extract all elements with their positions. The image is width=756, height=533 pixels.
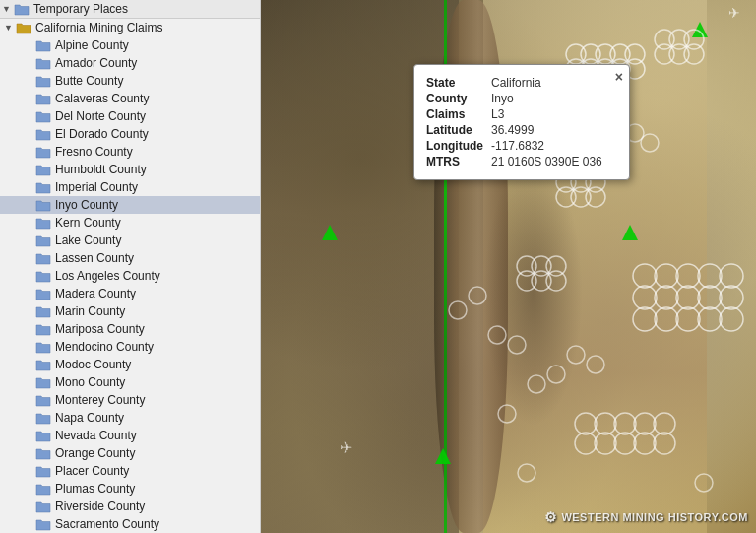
county-folder-icon (35, 518, 51, 531)
sidebar-item-county[interactable]: Riverside County (0, 498, 260, 515)
svg-point-33 (655, 307, 678, 331)
popup-row: Claims L3 (426, 106, 606, 122)
sidebar-item-county[interactable]: Madera County (0, 285, 260, 302)
county-name-label: Madera County (55, 287, 136, 300)
sidebar-item-county[interactable]: Butte County (0, 72, 260, 90)
county-name-label: El Dorado County (55, 127, 149, 141)
svg-point-36 (720, 307, 743, 331)
sidebar-item-county[interactable]: Lassen County (0, 249, 260, 267)
popup-field-value: California (491, 75, 606, 91)
county-name-label: Kern County (55, 216, 121, 230)
sidebar-item-county[interactable]: Marin County (0, 302, 260, 320)
svg-point-69 (449, 301, 467, 319)
county-name-label: Orange County (55, 446, 135, 460)
sidebar-item-county[interactable]: Nevada County (0, 427, 260, 444)
popup-row: County Inyo (426, 91, 606, 106)
map[interactable]: ✈ ✈ (261, 0, 756, 533)
county-folder-icon (35, 181, 51, 194)
parent-folder-icon (16, 22, 32, 34)
parent-expand-arrow: ▼ (4, 23, 16, 33)
svg-marker-2 (435, 448, 451, 464)
popup-field-label: MTRS (426, 154, 491, 169)
county-folder-icon (35, 164, 51, 176)
county-name-label: Placer County (55, 464, 129, 478)
svg-point-24 (676, 264, 700, 288)
svg-text:✈: ✈ (340, 439, 352, 456)
popup-row: Longitude -117.6832 (426, 138, 606, 154)
sidebar-item-county[interactable]: Lake County (0, 232, 260, 249)
sidebar-item-county[interactable]: Humboldt County (0, 161, 260, 178)
svg-point-66 (498, 405, 516, 423)
svg-point-50 (595, 413, 616, 434)
popup-field-label: Claims (426, 106, 491, 122)
svg-point-62 (547, 366, 565, 383)
svg-point-25 (633, 286, 657, 309)
county-name-label: Mono County (55, 375, 125, 389)
sidebar-item-county[interactable]: El Dorado County (0, 125, 260, 143)
county-name-label: Inyo County (55, 198, 118, 212)
svg-point-65 (695, 474, 713, 492)
svg-point-58 (654, 413, 675, 434)
sidebar-item-california-mining-claims[interactable]: ▼ California Mining Claims (0, 19, 260, 36)
county-folder-icon (35, 93, 51, 105)
sidebar-item-county[interactable]: Mono County (0, 373, 260, 391)
county-name-label: Butte County (55, 74, 123, 88)
sidebar-item-county[interactable]: Mariposa County (0, 320, 260, 338)
sidebar-item-county[interactable]: Plumas County (0, 480, 260, 498)
county-folder-icon (35, 500, 51, 513)
info-popup: × State California County Inyo Claims L3… (413, 64, 630, 180)
sidebar-item-county[interactable]: Amador County (0, 54, 260, 72)
county-name-label: Fresno County (55, 145, 133, 159)
sidebar-item-county[interactable]: Sacramento County (0, 515, 260, 533)
popup-table: State California County Inyo Claims L3 L… (426, 75, 606, 169)
sidebar-item-county[interactable]: Los Angeles County (0, 267, 260, 285)
county-name-label: Nevada County (55, 429, 137, 442)
popup-close-button[interactable]: × (615, 69, 623, 85)
svg-point-42 (546, 271, 566, 291)
popup-field-label: Latitude (426, 122, 491, 138)
county-folder-icon (35, 128, 51, 141)
sidebar-item-county[interactable]: Imperial County (0, 178, 260, 196)
county-folder-icon (35, 341, 51, 354)
county-folder-icon (35, 75, 51, 88)
svg-point-63 (567, 346, 585, 364)
svg-point-59 (488, 326, 506, 344)
sidebar-root-item[interactable]: ▼ Temporary Places (0, 0, 260, 19)
county-folder-icon (35, 146, 51, 159)
sidebar-item-county[interactable]: Fresno County (0, 143, 260, 161)
sidebar-item-county[interactable]: Orange County (0, 444, 260, 462)
svg-point-57 (654, 433, 675, 454)
watermark-gear-icon: ⚙ (544, 509, 558, 525)
parent-item-label: California Mining Claims (35, 21, 162, 34)
sidebar-item-county[interactable]: Napa County (0, 409, 260, 427)
sidebar-item-county[interactable]: Placer County (0, 462, 260, 480)
county-name-label: Imperial County (55, 180, 138, 194)
svg-text:✈: ✈ (728, 5, 740, 21)
svg-point-23 (655, 264, 678, 288)
county-name-label: Alpine County (55, 38, 129, 52)
county-folder-icon (35, 412, 51, 425)
svg-point-60 (508, 336, 526, 354)
sidebar-item-county[interactable]: Kern County (0, 214, 260, 232)
svg-point-22 (633, 264, 657, 288)
sidebar-item-county[interactable]: Inyo County (0, 196, 260, 214)
sidebar-item-county[interactable]: Calaveras County (0, 90, 260, 107)
sidebar: ▼ Temporary Places ▼ California Mining C… (0, 0, 261, 533)
sidebar-item-county[interactable]: Modoc County (0, 356, 260, 373)
svg-point-55 (634, 413, 656, 434)
sidebar-item-county[interactable]: Monterey County (0, 391, 260, 409)
popup-field-value: 21 0160S 0390E 036 (491, 154, 606, 169)
sidebar-item-county[interactable]: Mendocino County (0, 338, 260, 356)
svg-point-61 (528, 375, 545, 393)
svg-point-68 (469, 287, 486, 304)
county-folder-icon (35, 270, 51, 283)
popup-field-label: County (426, 91, 491, 106)
sidebar-item-county[interactable]: Alpine County (0, 36, 260, 54)
county-name-label: Napa County (55, 411, 124, 425)
sidebar-item-county[interactable]: Del Norte County (0, 107, 260, 125)
county-folder-icon (35, 465, 51, 478)
county-folder-icon (35, 430, 51, 442)
svg-point-26 (655, 286, 678, 309)
watermark-text: WESTERN MINING HISTORY.COM (561, 511, 748, 523)
county-folder-icon (35, 359, 51, 371)
